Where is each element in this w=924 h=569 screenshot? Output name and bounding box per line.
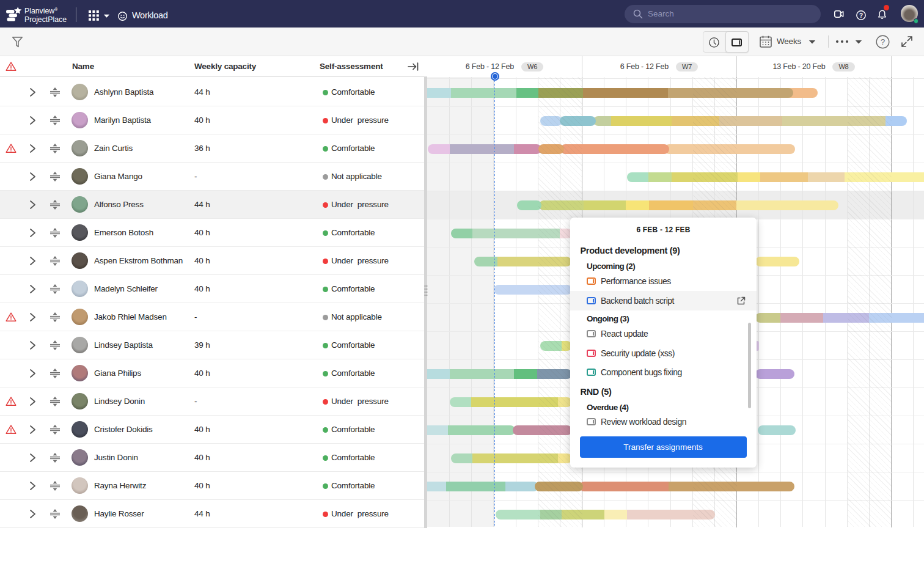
svg-text:?: ? — [859, 12, 863, 19]
svg-text:?: ? — [881, 37, 885, 46]
